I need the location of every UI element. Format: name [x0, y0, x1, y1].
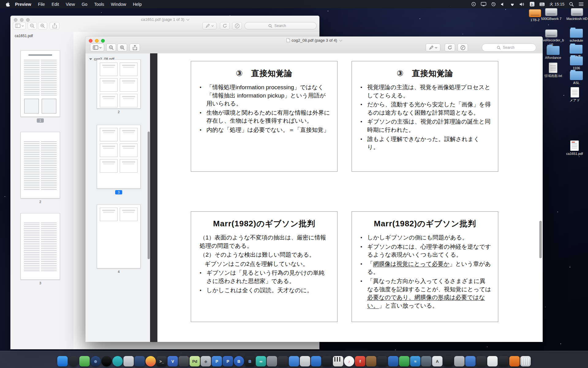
dock-app-v[interactable]: V: [168, 356, 178, 366]
sidebar-scrollbar[interactable]: [148, 132, 150, 259]
dock-garageband-piano[interactable]: [333, 356, 343, 366]
dock-app-teal-circle[interactable]: [112, 356, 123, 366]
dock-app-red-f[interactable]: f: [355, 356, 365, 366]
dock-app-dark-7[interactable]: [476, 356, 487, 366]
menu-item-view[interactable]: View: [62, 2, 78, 7]
page-thumbnail[interactable]: 2: [97, 59, 141, 114]
dock-trash[interactable]: [520, 356, 531, 366]
dock-app-cube[interactable]: ◆: [201, 356, 211, 366]
dock-app-dark-4[interactable]: [322, 356, 332, 366]
dock-app-p-navy[interactable]: P: [223, 356, 233, 366]
dock-app-b-circle[interactable]: B: [234, 356, 244, 366]
sidebar-view-button[interactable]: [90, 44, 104, 52]
menu-item-tools[interactable]: Tools: [91, 2, 107, 7]
close-button[interactable]: [89, 39, 92, 43]
dock-app-silver[interactable]: [123, 356, 134, 366]
desktop-icon-1106[interactable]: 1106: [563, 56, 588, 70]
input-kana-icon[interactable]: あ: [530, 2, 535, 7]
folder-icon: [570, 45, 582, 54]
menu-item-edit[interactable]: Edit: [48, 2, 62, 7]
dock-terminal[interactable]: >_: [156, 356, 167, 366]
menu-bar-status: あ 火 15:15: [471, 2, 588, 7]
dock-app-silver-2[interactable]: [300, 356, 310, 366]
dock-app-steel[interactable]: [421, 356, 432, 366]
circle-icon[interactable]: [471, 2, 476, 7]
dock-app-navy[interactable]: [134, 356, 145, 366]
dock-app-blue-5[interactable]: [465, 356, 476, 366]
menu-item-preview[interactable]: Preview: [12, 2, 35, 7]
desktop-icon-領域画面.txt[interactable]: 領域画面.txt: [540, 63, 566, 78]
spotlight-icon[interactable]: [569, 2, 574, 7]
menu-item-go[interactable]: Go: [78, 2, 91, 7]
dock-app-orange[interactable]: [509, 356, 520, 366]
dock-itunes[interactable]: ♪: [344, 356, 354, 366]
menu-item-help[interactable]: Help: [130, 2, 145, 7]
dock-app-dark-2[interactable]: [278, 356, 288, 366]
volume-icon[interactable]: [519, 2, 525, 6]
dock-app-infinity[interactable]: ∞: [256, 356, 266, 366]
dock-app-black-circle[interactable]: [101, 356, 112, 366]
volume-mute-icon[interactable]: [501, 2, 505, 6]
desktop: ca1651.pdf (page 1 of 3): [0, 0, 588, 368]
dock-app-blue-3[interactable]: [311, 356, 321, 366]
time-machine-icon[interactable]: [491, 2, 496, 7]
dock-app-green[interactable]: [79, 356, 90, 366]
main-scrollbar[interactable]: [539, 221, 542, 258]
dock-finder[interactable]: [57, 356, 68, 366]
page-thumbnail[interactable]: 3: [97, 125, 141, 194]
dock-app-dark-8[interactable]: [498, 356, 509, 366]
notification-list-icon[interactable]: [579, 2, 584, 6]
dock-app-pd[interactable]: Pd: [190, 356, 200, 366]
dock-app-gray[interactable]: [267, 356, 277, 366]
markup-button[interactable]: [458, 44, 468, 52]
display-icon[interactable]: [481, 2, 486, 6]
dock-app-dark-5[interactable]: [377, 356, 387, 366]
page-thumbnail[interactable]: 4: [97, 205, 141, 274]
dock-app-green-2[interactable]: [399, 356, 409, 366]
desktop-icon-schedule[interactable]: schedule: [563, 29, 588, 43]
zoom-out-button[interactable]: [106, 44, 116, 52]
dock-app-wave[interactable]: ≈: [410, 356, 420, 366]
desktop-icon-Macintosh HD[interactable]: Macintosh HD: [564, 8, 588, 21]
front-search-field[interactable]: [482, 44, 536, 52]
dock-app-blue-4[interactable]: [388, 356, 398, 366]
dock-system-preferences[interactable]: [454, 356, 465, 366]
share-button[interactable]: [130, 44, 140, 52]
dock-app-dark-6[interactable]: [443, 356, 454, 366]
search-input[interactable]: [502, 45, 521, 50]
thumbnail-page[interactable]: [97, 125, 141, 189]
thumbnail-page[interactable]: [97, 205, 141, 268]
zoom-button[interactable]: [101, 39, 105, 43]
dock-app-paper[interactable]: [487, 356, 498, 366]
desktop-icon-メアド[interactable]: メアド: [562, 87, 588, 102]
rotate-button[interactable]: [445, 44, 455, 52]
dock-app-ia[interactable]: A: [432, 356, 443, 366]
keyboard-icon[interactable]: [539, 2, 545, 6]
desktop-icon-ca1651.pdf[interactable]: ca1651.pdf: [561, 140, 588, 156]
dock-app-globe[interactable]: ⊕: [90, 356, 101, 366]
chevron-down-icon[interactable]: [339, 39, 342, 42]
zoom-in-button[interactable]: [117, 44, 127, 52]
front-window[interactable]: cog2_08.pdf (page 3 of 4): [85, 36, 543, 342]
dock-app-amp[interactable]: [366, 356, 376, 366]
menu-item-file[interactable]: File: [35, 2, 48, 7]
apple-menu[interactable]: [6, 2, 10, 7]
minimize-button[interactable]: [95, 39, 99, 43]
desktop-icon-500GBwork 7[interactable]: 500GBwork 7: [538, 8, 564, 21]
dock-app-dark-b[interactable]: B: [245, 356, 255, 366]
menu-item-window[interactable]: Window: [107, 2, 130, 7]
dock-app-slate[interactable]: [179, 356, 189, 366]
highlighter-button[interactable]: [426, 44, 440, 52]
thumbnail-page[interactable]: [97, 59, 141, 109]
dock-app-blue-2[interactable]: [289, 356, 299, 366]
dock-glyph: A: [436, 359, 439, 364]
desktop-icon-ASL[interactable]: ASL: [563, 71, 588, 85]
desktop-icon-Affordance[interactable]: Affordance: [540, 46, 566, 60]
front-window-titlebar[interactable]: cog2_08.pdf (page 3 of 4): [85, 36, 543, 54]
menu-bar-clock[interactable]: 火 15:15: [549, 2, 564, 7]
heart-icon[interactable]: [510, 2, 515, 6]
dock-app-p-blue[interactable]: P: [212, 356, 222, 366]
dock-app-photos[interactable]: [145, 356, 156, 366]
bullet-item: •だから、流動する光から安定した「画像」を得るのは途方もなく困難な計算問題となる…: [360, 101, 491, 117]
dock-app-dark-circle[interactable]: [68, 356, 79, 366]
